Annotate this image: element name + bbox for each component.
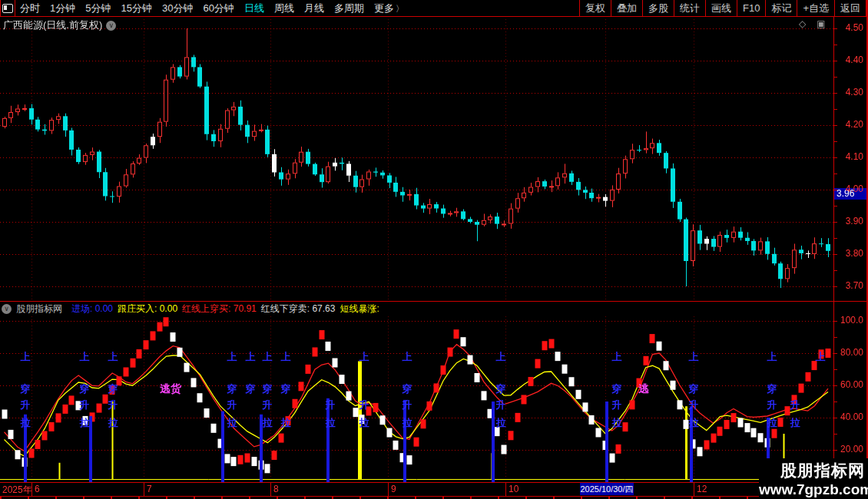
period-item-10[interactable]: 更多〉 [374,0,404,17]
price-axis-label: 3.90 [833,216,863,226]
period-item-1[interactable]: 1分钟 [50,0,75,16]
chart-title: 广西能源(日线.前复权) [3,18,102,32]
panel-mode-icon[interactable]: ▣ [817,18,825,29]
month-label-7: 7 [147,484,152,494]
period-item-0[interactable]: 分时 [20,0,40,16]
chevron-down-icon[interactable]: ∨ [2,304,12,314]
period-item-3[interactable]: 15分钟 [121,0,151,16]
price-axis-label: 4.20 [833,120,863,130]
topbar-actions: 复权叠加多股统计画线F10标记+自选返回 [579,0,866,16]
chevron-down-icon[interactable]: ∨ [106,21,116,31]
month-divider [505,483,506,496]
month-divider [270,483,271,496]
axis-border-line [833,16,834,497]
period-item-2[interactable]: 5分钟 [85,0,111,16]
more-chevron-icon: 〉 [396,4,404,13]
year-label: 2025年 [2,484,32,497]
indicator-axis-label: 60.00 [833,380,863,390]
layout-toggle-icon[interactable] [0,0,15,16]
month-divider [144,483,144,496]
watermark-url: www.7gpzb.com [759,481,865,498]
period-item-7[interactable]: 周线 [274,0,294,16]
price-axis-label: 4.40 [833,55,863,65]
price-axis-label: 4.50 [833,23,863,33]
indicator-param-1: 跟庄买入: 0.00 [118,303,177,314]
indicator-site-label: 股朋指标网 [16,302,62,316]
topbar-button-2[interactable]: 多股 [642,0,674,16]
price-axis-label: 3.70 [833,281,863,291]
topbar-button-4[interactable]: 画线 [705,0,737,16]
period-item-9[interactable]: 多周期 [334,0,364,16]
month-label-8: 8 [273,484,279,494]
month-label-6: 6 [35,484,40,494]
watermark: 股朋指标网 www.7gpzb.com [759,458,868,499]
price-axis[interactable]: 3.96 4.504.404.304.204.104.003.903.803.7… [833,16,868,497]
price-axis-label: 3.80 [833,249,863,259]
month-label-10: 10 [509,484,518,494]
period-menu: 分时1分钟5分钟15分钟30分钟60分钟日线周线月线多周期更多〉 [20,0,404,16]
time-axis[interactable]: 2025年 2025/10/30/四 67891012 [0,483,833,496]
watermark-site: 股朋指标网 [759,460,865,481]
topbar-button-0[interactable]: 复权 [579,0,611,16]
price-axis-label: 4.10 [833,152,863,162]
topbar-button-7[interactable]: +自选 [797,0,834,16]
candlestick-canvas[interactable] [0,16,833,301]
month-label-12: 12 [697,484,707,494]
topbar-button-1[interactable]: 叠加 [611,0,642,16]
selected-date-badge: 2025/10/30/四 [580,483,634,495]
layout-toggle-glyph [2,4,13,13]
indicator-param-4: 短线暴涨: [340,303,379,314]
indicator-axis-label: 20.00 [833,444,863,454]
indicator-axis-label: 80.00 [833,348,863,358]
indicator-canvas[interactable] [0,316,833,483]
indicator-header: ∨ 股朋指标网 进场: 0.00跟庄买入: 0.00红线上穿买: 70.91红线… [0,302,833,316]
app-window: 分时1分钟5分钟15分钟30分钟60分钟日线周线月线多周期更多〉 复权叠加多股统… [0,0,868,499]
period-item-4[interactable]: 30分钟 [162,0,193,16]
period-item-8[interactable]: 月线 [304,0,324,16]
diamond-icon[interactable]: ◇ [799,18,806,29]
topbar-button-3[interactable]: 统计 [674,0,705,16]
indicator-axis-label: 40.00 [833,412,863,422]
indicator-param-3: 红线下穿卖: 67.63 [261,303,336,314]
indicator-axis-label: 100.0 [833,316,863,326]
topbar-button-8[interactable]: 返回 [834,0,866,16]
indicator-param-2: 红线上穿买: 70.91 [182,303,257,314]
period-item-6[interactable]: 日线 [244,0,264,16]
month-divider [694,483,694,496]
topbar-button-6[interactable]: 标记 [765,0,797,16]
chart-corner-icons: ◇ ▣ [799,18,826,29]
month-divider [388,483,389,496]
price-axis-label: 4.30 [833,88,863,97]
month-label-9: 9 [391,484,396,494]
topbar-button-5[interactable]: F10 [737,0,765,16]
period-item-5[interactable]: 60分钟 [203,0,234,16]
topbar: 分时1分钟5分钟15分钟30分钟60分钟日线周线月线多周期更多〉 复权叠加多股统… [0,0,868,17]
indicator-param-0: 进场: 0.00 [71,303,113,314]
chart-title-row: 广西能源(日线.前复权) ∨ [3,18,116,32]
indicator-params: 进场: 0.00跟庄买入: 0.00红线上穿买: 70.91红线下穿卖: 67.… [67,302,379,316]
price-axis-label: 4.00 [833,184,863,194]
month-divider [31,483,32,496]
